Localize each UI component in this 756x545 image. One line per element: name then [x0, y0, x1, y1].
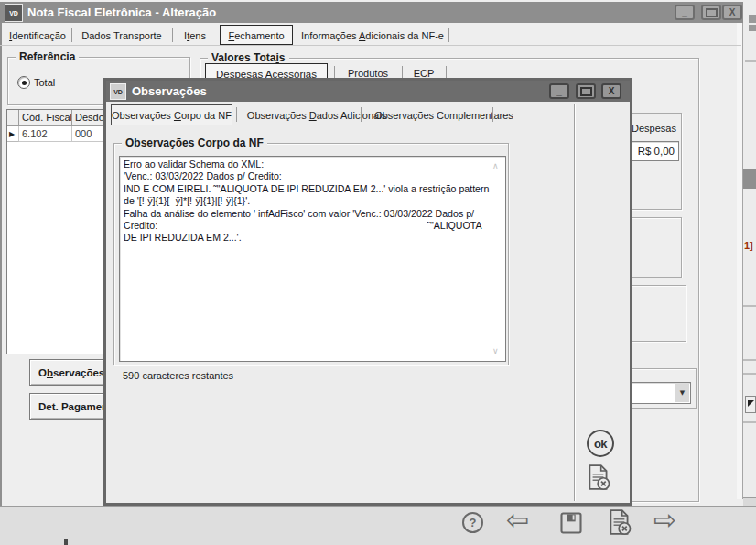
background-window: 1]	[743, 0, 756, 545]
separator	[172, 28, 173, 42]
window-left-border	[0, 23, 2, 545]
save-icon	[558, 510, 584, 536]
observacoes-textarea[interactable]: Erro ao validar Schema do XML: 'Venc.: 0…	[119, 156, 506, 362]
combo-select[interactable]: ▼	[629, 382, 691, 404]
maximize-icon	[706, 8, 718, 17]
divider	[743, 373, 756, 375]
screen: 1] VD Nota Fiscal Eletrônica - Alteração…	[0, 0, 756, 545]
corner-arrow-icon	[748, 400, 754, 407]
radio-dot	[22, 81, 27, 85]
maximize-icon	[580, 87, 592, 96]
table-cell-cod-fiscal[interactable]: 6.102	[19, 126, 72, 142]
background-window-button	[745, 396, 756, 413]
cancel-document-button[interactable]	[607, 508, 632, 536]
ok-button[interactable]: ok	[587, 430, 614, 457]
items-table: Cód. Fiscal Desdobr ▶ 6.102 000	[6, 109, 116, 354]
divider	[743, 421, 756, 423]
close-button[interactable]: X	[722, 5, 742, 20]
background-window-bar	[743, 169, 756, 189]
table-row-marker: ▶	[7, 126, 19, 142]
dialog-close-button[interactable]: X	[601, 83, 621, 99]
separator	[236, 107, 237, 122]
background-window-fragment	[749, 25, 756, 31]
tab-observacoes-dados-adicionais[interactable]: Observações Dados Adicionais	[243, 106, 390, 125]
maximize-button[interactable]	[701, 5, 721, 20]
divider	[0, 45, 741, 46]
divider	[745, 60, 756, 62]
scroll-down-icon[interactable]: ∨	[492, 347, 499, 355]
tab-identificacao[interactable]: Identificação	[5, 27, 70, 45]
tab-observacoes-complementares[interactable]: Observações Complementares	[372, 106, 516, 125]
table-header-marker	[7, 110, 19, 126]
det-pagamento-button[interactable]: Det. Pagamento	[29, 393, 113, 420]
tab-observacoes-corpo[interactable]: Observações Corpo da NF	[111, 104, 232, 125]
radio-total[interactable]	[17, 76, 30, 89]
window-right-border	[742, 23, 743, 499]
background-window-fragment	[749, 15, 756, 23]
tab-dados-transporte[interactable]: Dados Transporte	[73, 27, 170, 45]
scroll-up-icon[interactable]: ∧	[492, 162, 499, 170]
radio-total-label: Total	[34, 77, 55, 88]
separator	[448, 28, 449, 42]
dialog-minimize-button[interactable]: _	[549, 83, 569, 99]
separator	[71, 28, 72, 42]
observacoes-button[interactable]: Observações	[29, 359, 113, 386]
minimize-button[interactable]: _	[675, 5, 695, 20]
observacoes-corpo-caption: Observações Corpo da NF	[122, 136, 267, 149]
cancel-document-icon	[586, 463, 611, 491]
valores-totais-caption: Valores Totais	[208, 51, 289, 64]
forward-button[interactable]: ⇨	[653, 507, 676, 534]
table-header-cod-fiscal[interactable]: Cód. Fiscal	[19, 110, 72, 126]
dialog-maximize-button[interactable]	[576, 83, 596, 99]
dialog-title: Observações	[132, 84, 207, 98]
scroll-tick	[64, 539, 68, 545]
divider	[743, 305, 756, 307]
separator	[361, 107, 362, 122]
cancel-document-button[interactable]	[586, 463, 611, 491]
app-logo-icon: VD	[5, 4, 23, 22]
help-button[interactable]: ?	[462, 512, 483, 533]
observacoes-corpo-group: Observações Corpo da NF Erro ao validar …	[113, 143, 509, 365]
chars-remaining-label: 590 caracteres restantes	[123, 370, 233, 381]
tab-itens[interactable]: Itens	[174, 27, 216, 45]
dialog-titlebar: VD Observações _ X	[106, 81, 630, 102]
tab-informacoes-adicionais[interactable]: Informações Adicionais da NF-e	[298, 27, 447, 45]
despesas-label: Despesas	[632, 123, 676, 134]
save-button[interactable]	[558, 510, 584, 536]
main-titlebar: VD Nota Fiscal Eletrônica - Alteração _ …	[0, 2, 743, 23]
back-button[interactable]: ⇦	[506, 507, 529, 534]
tab-fechamento[interactable]: Fechamento	[220, 25, 293, 45]
background-window-text: 1]	[744, 240, 753, 251]
referencia-caption: Referência	[16, 50, 79, 63]
combo-dropdown-button[interactable]: ▼	[675, 384, 689, 402]
bottom-toolbar: ? ⇦	[0, 506, 756, 545]
window-title: Nota Fiscal Eletrônica - Alteração	[27, 5, 216, 19]
divider	[743, 359, 756, 361]
observacoes-dialog: VD Observações _ X Observações Corpo da …	[103, 78, 632, 506]
chevron-down-icon: ▼	[680, 389, 685, 397]
dialog-logo-icon: VD	[110, 83, 126, 100]
cancel-document-icon	[607, 508, 632, 536]
separator	[492, 107, 493, 122]
divider	[574, 104, 576, 501]
